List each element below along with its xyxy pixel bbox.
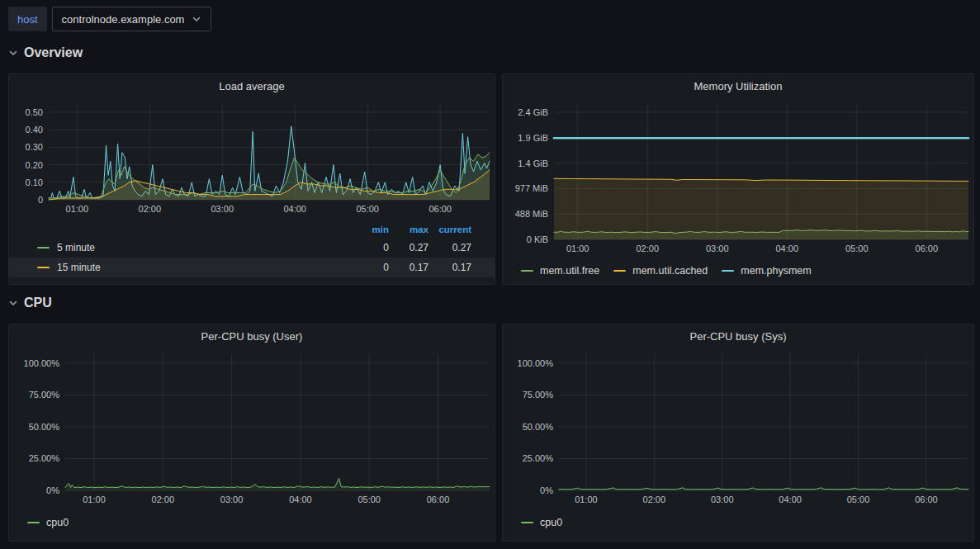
x-tick-label: 02:00	[636, 244, 659, 253]
legend-color-dash	[613, 270, 626, 272]
x-tick-label: 05:00	[845, 244, 869, 253]
x-tick-label: 01:00	[66, 204, 89, 214]
panel-cpu-busy-sys: Per-CPU busy (Sys) 01:0002:0003:0004:000…	[502, 324, 974, 542]
legend-series-name: mem.util.free	[540, 265, 599, 277]
x-tick-label: 03:00	[211, 204, 234, 214]
panel-cpu-busy-user: Per-CPU busy (User) 01:0002:0003:0004:00…	[8, 324, 495, 542]
chevron-down-icon	[192, 14, 201, 24]
legend-color-dash	[37, 247, 50, 248]
x-tick-label: 04:00	[289, 495, 312, 504]
panel-load-average-title[interactable]: Load average	[9, 80, 495, 92]
panel-load-average: Load average 01:0002:0003:0004:0005:0006…	[8, 73, 495, 285]
x-tick-label: 06:00	[915, 495, 938, 504]
memory-legend: mem.util.freemem.util.cachedmem.physmem	[521, 263, 812, 279]
x-tick-label: 06:00	[916, 244, 939, 253]
chevron-down-icon	[8, 48, 18, 58]
panel-memory-utilization: Memory Utilization 01:0002:0003:0004:000…	[502, 73, 974, 285]
section-overview[interactable]: Overview	[8, 45, 83, 60]
x-tick-label: 06:00	[428, 204, 452, 214]
y-tick-label: 1.4 GiB	[518, 159, 548, 168]
legend-series-name: cpu0	[540, 517, 562, 528]
cpu-user-legend: cpu0	[27, 514, 69, 531]
x-tick-label: 04:00	[779, 495, 802, 504]
legend-color-dash	[521, 270, 533, 272]
panel-row-cpu: Per-CPU busy (User) 01:0002:0003:0004:00…	[8, 324, 974, 542]
legend-value-min: 0	[351, 242, 389, 253]
legend-color-dash	[37, 267, 50, 268]
x-tick-label: 05:00	[357, 495, 381, 504]
cpu-busy-user-chart[interactable]: 01:0002:0003:0004:0005:0006:000%25.00%50…	[12, 348, 493, 516]
y-tick-label: 0.40	[26, 125, 43, 135]
memory-utilization-chart[interactable]: 01:0002:0003:0004:0005:0006:000 KiB488 M…	[508, 97, 975, 263]
x-tick-label: 02:00	[643, 495, 666, 504]
x-tick-label: 05:00	[356, 204, 379, 214]
legend-row-15-minute[interactable]: 15 minute00.170.17	[9, 258, 495, 277]
x-tick-label: 03:00	[706, 244, 729, 253]
y-tick-label: 0	[38, 195, 43, 205]
cpu-busy-sys-chart[interactable]: 01:0002:0003:0004:0005:0006:000%25.00%50…	[506, 348, 973, 516]
y-tick-label: 2.4 GiB	[518, 107, 548, 117]
chevron-down-icon	[8, 298, 18, 308]
y-tick-label: 75.00%	[523, 390, 554, 400]
legend-item-cpu0[interactable]: cpu0	[521, 517, 562, 528]
variable-host-select[interactable]: controlnode.example.com	[52, 7, 212, 31]
x-tick-label: 01:00	[575, 495, 598, 504]
legend-value-max: 0.27	[389, 242, 428, 253]
y-tick-label: 25.00%	[523, 453, 554, 463]
y-tick-label: 977 MiB	[515, 183, 548, 193]
legend-series-name: cpu0	[46, 517, 69, 528]
x-tick-label: 04:00	[283, 204, 306, 214]
legend-header-row: minmaxcurrent	[9, 221, 495, 238]
legend-series-name: mem.physmem	[741, 265, 811, 277]
cpu-sys-legend: cpu0	[521, 514, 562, 531]
legend-item-mem-util-free[interactable]: mem.util.free	[521, 265, 599, 277]
legend-header-max: max	[389, 225, 428, 234]
legend-item-mem-util-cached[interactable]: mem.util.cached	[613, 265, 708, 277]
legend-value-min: 0	[351, 262, 389, 273]
series-line-cpu0	[65, 478, 490, 487]
x-tick-label: 01:00	[83, 495, 106, 504]
variable-host-value: controlnode.example.com	[62, 13, 185, 26]
legend-row-5-minute[interactable]: 5 minute00.270.27	[9, 238, 495, 258]
series-fill-cpu0	[65, 478, 490, 490]
y-tick-label: 25.00%	[29, 453, 60, 463]
y-tick-label: 0%	[540, 485, 553, 495]
legend-value-current: 0.17	[428, 262, 471, 273]
y-tick-label: 100.00%	[24, 358, 60, 368]
load-average-legend: minmaxcurrent5 minute00.270.2715 minute0…	[9, 221, 495, 277]
panel-cpu-user-title[interactable]: Per-CPU busy (User)	[9, 330, 495, 343]
x-tick-label: 02:00	[152, 495, 175, 504]
legend-series-name: 5 minute	[57, 242, 95, 253]
legend-header-min: min	[351, 225, 389, 234]
x-tick-label: 03:00	[220, 495, 244, 504]
y-tick-label: 0%	[46, 485, 59, 495]
y-tick-label: 0.30	[26, 142, 43, 152]
panel-memory-title[interactable]: Memory Utilization	[503, 80, 973, 92]
load-average-chart[interactable]: 01:0002:0003:0004:0005:0006:0000.100.200…	[14, 97, 491, 225]
legend-item-cpu0[interactable]: cpu0	[27, 517, 69, 528]
x-tick-label: 01:00	[566, 244, 589, 253]
variable-bar: host controlnode.example.com	[8, 7, 211, 31]
x-tick-label: 02:00	[139, 204, 162, 214]
panel-cpu-sys-title[interactable]: Per-CPU busy (Sys)	[503, 330, 973, 343]
legend-color-dash	[27, 522, 40, 523]
legend-header-current: current	[428, 225, 471, 234]
section-cpu-title: CPU	[24, 296, 52, 310]
y-tick-label: 100.00%	[518, 358, 554, 368]
y-tick-label: 0 KiB	[527, 234, 548, 244]
x-tick-label: 06:00	[427, 495, 450, 504]
dashboard-page: host controlnode.example.com Overview Lo…	[0, 0, 980, 549]
legend-value-current: 0.27	[428, 242, 471, 253]
series-line-cpu0	[559, 488, 968, 490]
y-tick-label: 50.00%	[523, 422, 554, 432]
y-tick-label: 0.10	[26, 177, 43, 187]
x-tick-label: 05:00	[847, 495, 870, 504]
x-tick-label: 04:00	[776, 244, 799, 253]
y-tick-label: 0.20	[26, 160, 43, 170]
x-tick-label: 03:00	[711, 495, 734, 504]
section-cpu[interactable]: CPU	[8, 296, 52, 310]
y-tick-label: 0.50	[26, 107, 43, 117]
y-tick-label: 75.00%	[29, 390, 60, 400]
series-fill-mem-util-cached	[554, 178, 968, 239]
legend-item-mem-physmem[interactable]: mem.physmem	[722, 265, 811, 277]
